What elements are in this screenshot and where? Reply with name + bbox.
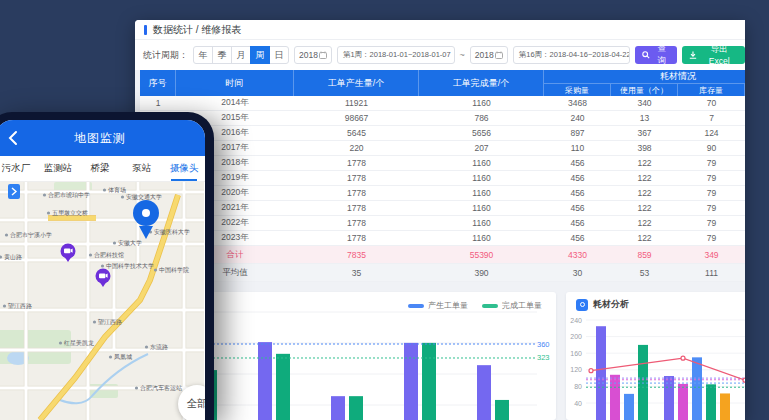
phone-header: 地图监测 (0, 120, 205, 156)
poi-dot (145, 345, 148, 348)
cell: 122 (611, 171, 678, 185)
total-row: 合计783555390433085934933 (140, 246, 745, 264)
y-axis-tick: 160 (570, 350, 582, 357)
phone-tab-1[interactable]: 监测站 (37, 156, 79, 181)
range-end-field[interactable]: 第16周：2018-04-16~2018-04-22 (513, 46, 631, 64)
poi-dot (109, 355, 112, 358)
consumable-bar-g1-0[interactable] (664, 376, 674, 420)
cell: 79 (678, 186, 745, 200)
map-label-3: 五里墩立交桥 (52, 209, 88, 217)
y-axis-tick: 120 (570, 366, 582, 373)
bar-completed-4[interactable] (495, 400, 509, 420)
cell: 1778 (294, 186, 419, 200)
range-start-field[interactable]: 第1周：2018-01-01~2018-01-07 (337, 46, 455, 64)
period-button-0[interactable]: 年 (193, 46, 213, 64)
poi-dot (103, 188, 106, 191)
cell: 53 (611, 264, 678, 281)
cell: 110 (544, 141, 611, 155)
cell: 1778 (294, 201, 419, 215)
filter-bar: 统计周期： 年季月周日 2018 第1周：2018-01-01~2018-01-… (135, 40, 745, 70)
year-start-value: 2018 (299, 50, 318, 60)
back-chevron-icon[interactable] (5, 129, 23, 147)
cell: 240 (544, 111, 611, 125)
breadcrumb-bar: 数据统计 / 维修报表 (135, 20, 745, 40)
consumable-bar-g0-1[interactable] (610, 375, 620, 420)
bar-completed-1[interactable] (276, 354, 290, 420)
poi-dot (47, 211, 50, 214)
export-excel-button[interactable]: 导出Excel (682, 46, 745, 64)
period-button-3[interactable]: 周 (250, 46, 270, 64)
y-axis-tick: 40 (574, 400, 582, 407)
poi-dot (154, 268, 157, 271)
period-button-4[interactable]: 日 (269, 46, 289, 64)
map-canvas: 体育场合肥市琥珀中学安徽交通大学五里墩立交桥安徽医科大学合肥市宁溪小学安徽大学黄… (0, 182, 205, 420)
sub-header-row: 采购量使用量（个）库存量金额 (544, 83, 745, 96)
col-header-completed: 工单完成量/个 (419, 70, 544, 96)
cell: 79 (678, 201, 745, 215)
ref-line-label: 323 (537, 353, 550, 362)
cell: 90 (678, 141, 745, 155)
year-end-select[interactable]: 2018 (470, 46, 508, 64)
cell: 1160 (419, 96, 544, 110)
show-all-button[interactable]: 全部 (178, 385, 205, 420)
bar-generated-3[interactable] (404, 343, 418, 420)
map-label-16: 合肥汽车客运站 (140, 384, 182, 392)
table-body: 12014年11921116034683407025022015年9866778… (140, 96, 745, 282)
bar-generated-1[interactable] (258, 342, 272, 420)
map-view[interactable]: 体育场合肥市琥珀中学安徽交通大学五里墩立交桥安徽医科大学合肥市宁溪小学安徽大学黄… (0, 182, 205, 420)
sub-header-0: 采购量 (544, 84, 611, 96)
trend-point-1[interactable] (681, 356, 685, 360)
consumable-bar-g0-3[interactable] (638, 345, 648, 420)
cell: 367 (611, 126, 678, 140)
phone-tab-0[interactable]: 污水厂 (0, 156, 37, 181)
cell: 5645 (294, 126, 419, 140)
consumable-bar-g0-0[interactable] (596, 326, 606, 420)
period-segmented-control: 年季月周日 (193, 46, 289, 64)
bar-completed-2[interactable] (349, 396, 363, 420)
trend-point-2[interactable] (743, 378, 745, 382)
bar-generated-2[interactable] (331, 396, 345, 420)
col-header-index: 序号 (140, 70, 176, 96)
query-button[interactable]: 查询 (635, 46, 677, 64)
cell: 2014年 (176, 96, 294, 110)
phone-page-title: 地图监测 (74, 130, 126, 147)
cell: 786 (419, 111, 544, 125)
consumables-chart: 2402001601208040 (566, 292, 745, 420)
breadcrumb: 数据统计 / 维修报表 (153, 23, 241, 37)
table-row: 72020年177811604561227967 (140, 186, 745, 201)
consumable-bar-g1-1[interactable] (678, 384, 688, 420)
phone-tab-bar: 污水厂监测站桥梁泵站摄像头 (0, 156, 205, 182)
cell: 3468 (544, 96, 611, 110)
period-button-1[interactable]: 季 (212, 46, 232, 64)
consumable-bar-g1-3[interactable] (706, 384, 716, 420)
cell: 1160 (419, 171, 544, 185)
phone-tab-3[interactable]: 泵站 (121, 156, 163, 181)
poi-dot (121, 195, 124, 198)
cell: 122 (611, 216, 678, 230)
trend-point-0[interactable] (589, 369, 593, 373)
table-row: 92022年177811604561227967 (140, 216, 745, 231)
cell: 55390 (419, 246, 544, 263)
bar-completed-3[interactable] (422, 343, 436, 420)
phone-tab-2[interactable]: 桥梁 (79, 156, 121, 181)
period-button-2[interactable]: 月 (231, 46, 251, 64)
phone-screen: 地图监测 污水厂监测站桥梁泵站摄像头 (0, 120, 205, 420)
table-header: 序号 时间 工单产生量/个 工单完成量/个 耗材情况 采购量使用量（个）库存量金… (140, 70, 745, 96)
cell: 124 (678, 126, 745, 140)
map-label-14: 东流路 (150, 343, 168, 351)
table-row: 12014年119211160346834070250 (140, 96, 745, 111)
consumable-bar-g1-4[interactable] (720, 393, 730, 420)
map-label-4: 安徽医科大学 (154, 228, 190, 236)
map-label-13: 红星美凯龙 (63, 339, 94, 347)
map-expand-button[interactable] (8, 184, 20, 199)
consumable-bar-g0-2[interactable] (624, 394, 634, 420)
year-start-select[interactable]: 2018 (294, 46, 332, 64)
table-row: 22015年98667786240137690 (140, 111, 745, 126)
consumable-bar-g1-2[interactable] (692, 357, 702, 420)
phone-tab-4[interactable]: 摄像头 (163, 156, 205, 181)
cell: 456 (544, 171, 611, 185)
phone-mockup: 地图监测 污水厂监测站桥梁泵站摄像头 (0, 112, 214, 420)
bar-generated-4[interactable] (477, 365, 491, 420)
map-label-0: 体育场 (108, 186, 126, 194)
cell: 1160 (419, 186, 544, 200)
